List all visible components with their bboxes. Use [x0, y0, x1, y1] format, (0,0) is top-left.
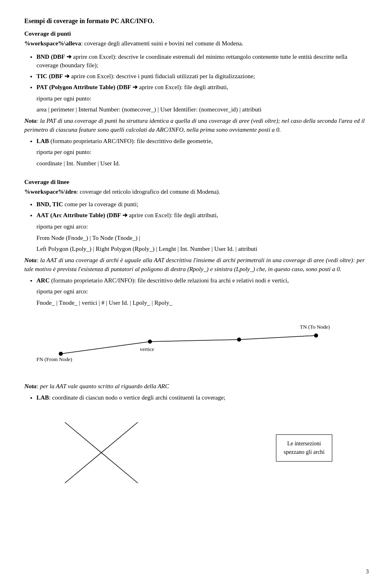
fields-punto2: coordinate | Int. Number | User Id. — [24, 159, 365, 168]
bnd-tic-text: come per la coverage di punti; — [63, 201, 139, 207]
lab2-text: : coordinate di ciascun nodo o vertice d… — [49, 394, 225, 401]
nota1: Nota: la PAT di una coverage di punti ha… — [24, 117, 365, 135]
svg-line-0 — [61, 342, 150, 354]
riporta-arco: riporta per ogni arco: — [24, 222, 365, 231]
line-diagram: FN (From Node) vertice TN (To Node) — [24, 317, 365, 370]
section2-title: Coverage di linee — [24, 178, 365, 187]
section2-subtitle: %workspace%\idro: coverage del reticolo … — [24, 188, 365, 197]
bullet-arc: ARC (formato proprietario ARC/INFO): fil… — [36, 276, 365, 285]
section1-subtitle: %workspace%\alleva: coverage degli allev… — [24, 39, 365, 48]
fields-arco3: Fnode_ | Tnode_ | vertici | # | User Id.… — [24, 299, 365, 308]
pat-arrow: ➔ — [133, 83, 138, 92]
fn-label: FN (From Node) — [36, 356, 72, 363]
nota1-label: Nota — [24, 118, 36, 124]
nota3: Nota: per la AAT vale quanto scritto al … — [24, 382, 365, 391]
tic-text: aprire con Excel): descrive i punti fidu… — [70, 73, 255, 79]
intersection-box: Le intersezioni spezzano gli archi — [276, 434, 332, 462]
section2-subtitle-bold: %workspace%\idro — [24, 188, 77, 195]
bnd-text: aprire con Excel): descrive le coordinat… — [36, 53, 347, 69]
section1-lab-bullets: LAB (formato proprietario ARC/INFO): fil… — [24, 137, 365, 146]
nota3-label: Nota — [24, 383, 36, 389]
section1-bullets: BND (DBF ➔ aprire con Excel): descrive l… — [24, 52, 365, 92]
svg-point-4 — [148, 340, 152, 344]
riporta-arco2: riporta per ogni arco: — [24, 287, 365, 296]
fields-punto: area | perimeter | Internal Number: (nom… — [24, 105, 365, 114]
fields-arco1: From Node (Fnode_) | To Node (Tnode_) | — [24, 234, 365, 243]
lab2-label: LAB — [36, 394, 49, 401]
bullet-bnd-tic: BND, TIC come per la coverage di punti; — [36, 200, 365, 209]
svg-line-2 — [239, 336, 316, 340]
pat-label: PAT (Polygon Attribute Table) (DBF — [36, 84, 133, 90]
section1-title: Coverage di punti — [24, 30, 365, 38]
section2-arc-bullets: ARC (formato proprietario ARC/INFO): fil… — [24, 276, 365, 285]
lab-label: LAB — [36, 138, 49, 144]
nota2-text: : la AAT di una coverage di archi è ugua… — [24, 257, 365, 272]
bullet-aat: AAT (Arc Attribute Table) (DBF ➔ aprire … — [36, 211, 365, 220]
tic-arrow: ➔ — [64, 72, 70, 81]
section1-subtitle-rest: : coverage degli allevamenti suini e bov… — [81, 40, 243, 47]
pat-text: aprire con Excel): file degli attributi, — [138, 84, 229, 90]
main-title: Esempi di coverage in formato PC ARC/INF… — [24, 16, 365, 26]
nota2: Nota: la AAT di una coverage di archi è … — [24, 256, 365, 274]
bullet-tic: TIC (DBF ➔ aprire con Excel): descrive i… — [36, 72, 365, 81]
tic-label: TIC (DBF — [36, 73, 64, 79]
fields-arco2: Left Polygon (Lpoly_) | Right Polygon (R… — [24, 245, 365, 254]
section1-subtitle-bold: %workspace%\alleva — [24, 40, 81, 47]
intersection-diagram: Le intersezioni spezzano gli archi — [24, 410, 365, 499]
svg-line-1 — [150, 340, 239, 342]
section-coverage-linee: Coverage di linee %workspace%\idro: cove… — [24, 178, 365, 308]
aat-arrow: ➔ — [122, 211, 128, 220]
aat-label: AAT (Arc Attribute Table) (DBF — [36, 212, 122, 218]
bnd-tic-label: BND, TIC — [36, 201, 63, 207]
bullet-lab: LAB (formato proprietario ARC/INFO): fil… — [36, 137, 365, 146]
tn-label: TN (To Node) — [300, 323, 330, 331]
nota3-text: : per la AAT vale quanto scritto al rigu… — [36, 383, 169, 389]
box-line2: spezzano gli archi — [284, 448, 325, 456]
arc-text: (formato proprietario ARC/INFO): file de… — [50, 277, 289, 284]
lab-text: (formato proprietario ARC/INFO): file de… — [49, 138, 213, 144]
nota2-label: Nota — [24, 257, 36, 263]
section2-bullets: BND, TIC come per la coverage di punti; … — [24, 200, 365, 220]
lab-bullet2-list: LAB: coordinate di ciascun nodo o vertic… — [24, 393, 365, 402]
arc-label: ARC — [36, 277, 50, 284]
svg-point-5 — [237, 338, 241, 342]
nota1-text: : la PAT di una coverage di punti ha str… — [24, 118, 365, 133]
section2-subtitle-rest: : coverage del reticolo idrografico del … — [77, 188, 220, 195]
intersection-svg — [32, 410, 235, 491]
vertice-label: vertice — [140, 346, 154, 353]
box-line1: Le intersezioni — [284, 440, 325, 448]
bullet-lab2: LAB: coordinate di ciascun nodo o vertic… — [36, 393, 365, 402]
aat-text: aprire con Excel): file degli attributi, — [128, 212, 218, 218]
riporta-punto: riporta per ogni punto: — [24, 94, 365, 103]
svg-point-3 — [59, 352, 63, 356]
riporta-punto2: riporta per ogni punto: — [24, 148, 365, 157]
bnd-label: BND (DBF — [36, 53, 66, 60]
bnd-arrow: ➔ — [66, 52, 72, 61]
bullet-pat: PAT (Polygon Attribute Table) (DBF ➔ apr… — [36, 83, 365, 92]
section-coverage-punti: Coverage di punti %workspace%\alleva: co… — [24, 30, 365, 168]
bullet-bnd: BND (DBF ➔ aprire con Excel): descrive l… — [36, 52, 365, 71]
svg-point-6 — [314, 334, 318, 338]
